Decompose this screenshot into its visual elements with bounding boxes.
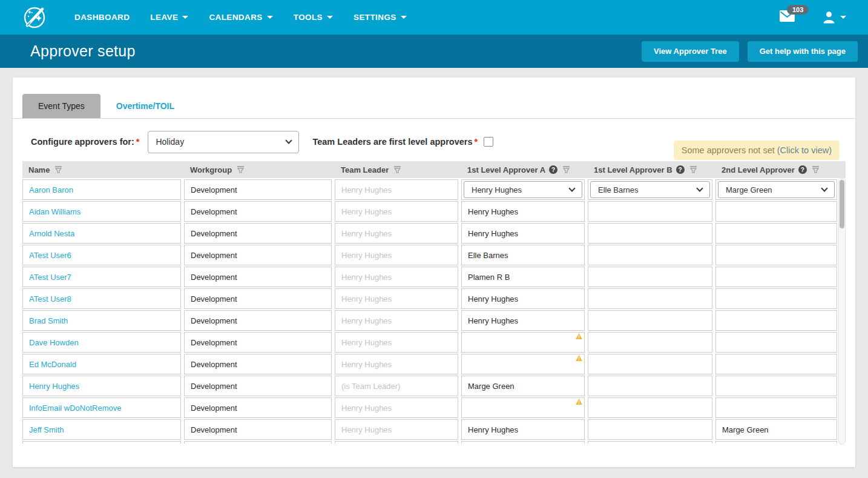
workgroup-cell: Development <box>184 376 332 396</box>
first-level-approver-b-cell: Elle Barnes <box>588 179 712 200</box>
workgroup-cell: Development <box>184 223 332 244</box>
nav-item-tools[interactable]: TOOLS <box>294 13 333 22</box>
nav-item-calendars[interactable]: CALENDARS <box>209 13 272 22</box>
filter-icon[interactable] <box>54 166 62 173</box>
first-level-approver-b-cell <box>588 245 712 265</box>
warning-icon <box>576 399 582 405</box>
employee-name-link[interactable]: ATest User8 <box>29 294 71 304</box>
second-level-approver-cell: Marge Green <box>715 419 837 440</box>
workgroup-value: Development <box>191 360 237 369</box>
first-level-approver-a-cell <box>461 441 585 443</box>
employee-name-link[interactable]: Jeff Smith <box>29 425 64 434</box>
first-level-approver-a-cell: Henry Hughes <box>461 223 585 244</box>
team-leader-cell: Henry Hughes <box>335 332 458 353</box>
event-type-selected-value: Holiday <box>156 137 184 147</box>
table-header: NameWorkgroupTeam Leader1st Level Approv… <box>22 161 846 178</box>
employee-name-link[interactable]: Brad Smith <box>29 316 68 325</box>
employee-name-link[interactable]: InfoEmail wDoNotRemove <box>29 403 121 413</box>
name-cell: Ed McDonald <box>22 354 181 374</box>
employee-name-link[interactable]: Dave Howden <box>29 338 79 347</box>
team-leader-value: Henry Hughes <box>341 294 392 304</box>
workgroup-cell: Development <box>184 332 332 353</box>
notification-badge: 103 <box>787 5 809 15</box>
employee-name-link[interactable]: Ed McDonald <box>29 360 76 369</box>
tab-bar: Event Types Overtime/TOIL <box>13 78 855 119</box>
first-level-approver-a-cell: Henry Hughes <box>461 310 585 331</box>
employee-name-link[interactable]: Aidan Williams <box>29 207 81 216</box>
first-level-approver-a-select[interactable]: Henry Hughes <box>464 181 582 198</box>
second-level-approver-cell <box>715 201 837 222</box>
table-row: Brad SmithDevelopmentHenry HughesHenry H… <box>22 310 837 331</box>
first-level-approver-b-cell <box>588 397 712 418</box>
top-nav-bar: DASHBOARD LEAVE CALENDARS TOOLS SETTINGS… <box>0 0 868 35</box>
team-leader-cell: Henry Hughes <box>335 201 458 222</box>
team-leaders-checkbox[interactable] <box>484 137 493 147</box>
table-row: InfoEmail wDoNotRemoveDevelopmentHenry H… <box>22 397 837 418</box>
messages-button[interactable]: 103 <box>780 10 795 24</box>
name-cell <box>22 441 181 443</box>
tab-overtime-toil[interactable]: Overtime/TOIL <box>100 94 190 118</box>
second-level-approver-cell <box>715 245 837 265</box>
workgroup-cell <box>184 441 332 443</box>
team-leader-value: Henry Hughes <box>341 425 392 434</box>
help-icon[interactable]: ? <box>549 165 557 174</box>
team-leader-value: Henry Hughes <box>341 185 392 194</box>
workgroup-value: Development <box>191 273 237 282</box>
required-marker: * <box>475 137 478 147</box>
filter-icon[interactable] <box>812 166 820 173</box>
employee-name-link[interactable]: ATest User6 <box>29 251 71 260</box>
nav-menu: DASHBOARD LEAVE CALENDARS TOOLS SETTINGS <box>74 13 407 22</box>
team-leader-value: (is Team Leader) <box>341 382 400 391</box>
first-level-approver-a-cell: Henry Hughes <box>461 179 585 200</box>
event-type-select[interactable]: Holiday <box>148 131 299 153</box>
table-row: ATest User7DevelopmentHenry HughesPlamen… <box>22 267 837 287</box>
filter-icon[interactable] <box>689 166 697 173</box>
team-leader-cell: Henry Hughes <box>335 267 458 287</box>
table-row: Ed McDonaldDevelopmentHenry Hughes <box>22 354 837 374</box>
chevron-down-icon <box>182 16 188 19</box>
filter-icon[interactable] <box>562 166 570 173</box>
first-level-approver-b-cell <box>588 441 712 443</box>
table-body: Aaron BaronDevelopmentHenry HughesHenry … <box>22 178 837 443</box>
workgroup-cell: Development <box>184 354 332 374</box>
help-icon[interactable]: ? <box>798 165 807 174</box>
workgroup-cell: Development <box>184 245 332 265</box>
first-level-approver-b-cell <box>588 354 712 374</box>
chevron-down-icon <box>840 16 846 19</box>
second-level-approver-cell <box>715 223 837 244</box>
view-approver-tree-button[interactable]: View Approver Tree <box>642 41 739 62</box>
employee-name-link[interactable]: Henry Hughes <box>29 382 79 391</box>
workgroup-value: Development <box>191 382 237 391</box>
employee-name-link[interactable]: Arnold Nesta <box>29 229 74 238</box>
magic-wand-logo[interactable] <box>20 3 49 32</box>
second-level-approver-select[interactable]: Marge Green <box>718 181 835 198</box>
team-leader-value: Henry Hughes <box>341 338 392 347</box>
alert-click-hint: (Click to view) <box>775 145 832 155</box>
filter-icon[interactable] <box>393 166 401 173</box>
scrollbar-thumb[interactable] <box>840 180 844 228</box>
chevron-down-icon <box>327 16 333 19</box>
get-help-button[interactable]: Get help with this page <box>748 41 858 62</box>
chevron-down-icon <box>401 16 407 19</box>
nav-item-leave[interactable]: LEAVE <box>150 13 188 22</box>
approvers-not-set-alert[interactable]: Some approvers not set (Click to view) <box>674 141 840 160</box>
tab-event-types[interactable]: Event Types <box>22 94 100 118</box>
workgroup-cell: Development <box>184 201 332 222</box>
nav-item-settings[interactable]: SETTINGS <box>353 13 407 22</box>
nav-item-dashboard[interactable]: DASHBOARD <box>74 13 130 22</box>
name-cell: ATest User6 <box>22 245 181 265</box>
user-menu-button[interactable] <box>823 11 853 24</box>
team-leader-cell: Henry Hughes <box>335 179 458 200</box>
help-icon[interactable]: ? <box>676 165 685 174</box>
vertical-scrollbar[interactable] <box>838 178 846 445</box>
employee-name-link[interactable]: Aaron Baron <box>29 185 73 194</box>
team-leader-cell: Henry Hughes <box>335 419 458 440</box>
name-cell: Brad Smith <box>22 310 181 331</box>
employee-name-link[interactable]: ATest User7 <box>29 273 71 282</box>
column-header-second-level-approver: 2nd Level Approver? <box>715 165 837 174</box>
approver-name: Henry Hughes <box>468 316 518 325</box>
workgroup-cell: Development <box>184 310 332 331</box>
filter-icon[interactable] <box>237 166 245 173</box>
workgroup-cell: Development <box>184 288 332 309</box>
first-level-approver-b-select[interactable]: Elle Barnes <box>590 181 710 198</box>
